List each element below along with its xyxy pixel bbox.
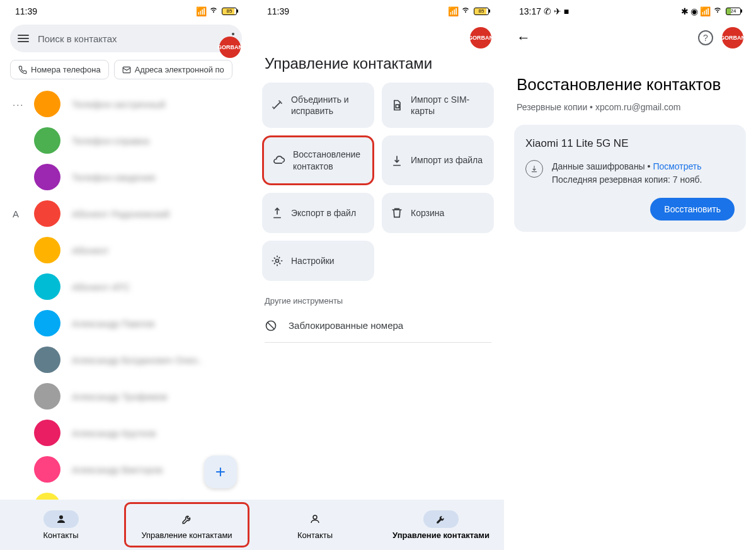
wand-icon bbox=[271, 99, 284, 112]
status-time: 13:17 ✆ ✈ ■ bbox=[519, 6, 569, 16]
header: GORBAN bbox=[252, 20, 504, 49]
list-item[interactable]: Абонент-АТС bbox=[13, 268, 252, 305]
tile-import-file[interactable]: Импорт из файла bbox=[382, 135, 494, 185]
list-item[interactable]: Александр Павлов bbox=[13, 305, 252, 341]
status-time: 11:39 bbox=[267, 6, 289, 16]
divider bbox=[265, 342, 491, 343]
profile-avatar[interactable]: GORBAN bbox=[470, 27, 491, 49]
backup-info-text: Данные зашифрованы • Посмотреть Последня… bbox=[552, 160, 702, 186]
device-backup-card: Xiaomi 11 Lite 5G NE Данные зашифрованы … bbox=[514, 125, 746, 232]
avatar bbox=[34, 91, 60, 117]
wifi-icon bbox=[461, 5, 471, 17]
tile-merge-fix[interactable]: Объединить и исправить bbox=[262, 83, 374, 128]
nav-contacts[interactable]: Контакты bbox=[252, 500, 378, 550]
avatar bbox=[34, 420, 60, 446]
chip-email[interactable]: Адреса электронной по bbox=[114, 60, 232, 79]
nav-manage[interactable]: Управление контактами bbox=[378, 500, 504, 550]
header: ← ? GORBAN bbox=[504, 20, 756, 56]
download-icon bbox=[391, 154, 403, 167]
contacts-list-screen: 11:39 📶 85 Поиск в контактах GORBAN Номе… bbox=[0, 0, 252, 550]
cloud-icon bbox=[273, 154, 285, 167]
manage-contacts-screen: 11:39 📶 85 GORBAN Управление контактами … bbox=[252, 0, 504, 550]
restore-button[interactable]: Восстановить bbox=[650, 198, 735, 221]
avatar bbox=[34, 310, 60, 336]
list-item[interactable]: A Абонент Радонежский bbox=[13, 195, 252, 232]
block-icon bbox=[265, 319, 277, 332]
section-other-tools: Другие инструменты bbox=[252, 281, 504, 309]
signal-icon: 📶 bbox=[448, 6, 459, 16]
restore-contacts-screen: 13:17 ✆ ✈ ■ ✱ ◉ 📶 24 ← ? GORBAN Восстано… bbox=[504, 0, 756, 550]
wrench-icon bbox=[423, 510, 459, 528]
list-item[interactable]: Абонент bbox=[13, 232, 252, 268]
avatar bbox=[34, 200, 60, 227]
tile-settings[interactable]: Настройки bbox=[262, 241, 374, 281]
tile-trash[interactable]: Корзина bbox=[382, 193, 494, 233]
search-bar[interactable]: Поиск в контактах bbox=[10, 25, 242, 52]
profile-avatar[interactable]: GORBAN bbox=[219, 37, 241, 58]
filter-chips: Номера телефона Адреса электронной по bbox=[0, 57, 252, 86]
signal-icon: 📶 bbox=[700, 6, 711, 16]
tile-export-file[interactable]: Экспорт в файл bbox=[262, 193, 374, 233]
mail-icon bbox=[122, 66, 131, 74]
download-circle-icon bbox=[525, 160, 543, 178]
person-icon bbox=[297, 510, 333, 528]
list-item[interactable]: Александр Богданович Онко.. bbox=[13, 341, 252, 378]
gear-icon bbox=[271, 255, 284, 267]
signal-icon: 📶 bbox=[196, 6, 207, 16]
list-item[interactable]: Александр Крутков bbox=[13, 415, 252, 451]
phone-icon bbox=[18, 66, 27, 74]
view-link[interactable]: Посмотреть bbox=[653, 161, 701, 171]
back-arrow-icon[interactable]: ← bbox=[517, 30, 530, 46]
person-icon bbox=[43, 510, 79, 528]
avatar bbox=[34, 127, 60, 154]
search-placeholder: Поиск в контактах bbox=[38, 33, 223, 44]
page-title: Управление контактами bbox=[252, 49, 504, 83]
battery-icon: 85 bbox=[474, 8, 489, 15]
list-item[interactable]: ··· Телефон-экстренный bbox=[13, 86, 252, 122]
bottom-nav: Контакты Управление контактами bbox=[252, 500, 504, 550]
telegram-icon: ✈ bbox=[554, 6, 561, 16]
page-title: Восстановление контактов bbox=[504, 56, 756, 102]
bluetooth-icon: ✱ bbox=[681, 6, 689, 16]
wifi-icon bbox=[209, 5, 219, 17]
status-bar: 11:39 📶 85 bbox=[252, 0, 504, 20]
list-item[interactable]: Александр Трофимов bbox=[13, 378, 252, 415]
add-contact-fab[interactable]: + bbox=[204, 455, 237, 488]
battery-icon: 24 bbox=[726, 8, 741, 15]
tile-grid: Объединить и исправить Импорт с SIM-карт… bbox=[252, 83, 504, 281]
whatsapp-icon: ✆ bbox=[544, 6, 551, 16]
trash-icon bbox=[391, 207, 403, 219]
wrench-icon bbox=[169, 510, 205, 528]
avatar bbox=[34, 456, 60, 483]
svg-rect-2 bbox=[396, 105, 399, 108]
avatar bbox=[34, 383, 60, 410]
svg-point-5 bbox=[313, 515, 317, 519]
vibrate-icon: ◉ bbox=[690, 6, 698, 16]
tile-restore-contacts-highlighted[interactable]: Восстановление контактов bbox=[262, 135, 374, 185]
tile-import-sim[interactable]: Импорт с SIM-карты bbox=[382, 83, 494, 128]
status-bar: 11:39 📶 85 bbox=[0, 0, 252, 20]
section-letter-a: A bbox=[13, 209, 23, 219]
avatar bbox=[34, 237, 60, 263]
video-icon: ■ bbox=[564, 6, 569, 16]
nav-contacts[interactable]: Контакты bbox=[0, 500, 122, 550]
profile-avatar[interactable]: GORBAN bbox=[722, 27, 743, 49]
blocked-numbers-row[interactable]: Заблокированные номера bbox=[252, 309, 504, 342]
status-bar: 13:17 ✆ ✈ ■ ✱ ◉ 📶 24 bbox=[504, 0, 756, 20]
avatar bbox=[34, 347, 60, 373]
help-icon[interactable]: ? bbox=[698, 30, 713, 45]
section-indicator: ··· bbox=[13, 99, 23, 110]
device-name: Xiaomi 11 Lite 5G NE bbox=[525, 137, 735, 150]
list-item[interactable]: Телефон-сведения bbox=[13, 159, 252, 195]
upload-icon bbox=[271, 207, 284, 219]
menu-icon[interactable] bbox=[18, 35, 29, 42]
chip-phone[interactable]: Номера телефона bbox=[10, 60, 109, 79]
avatar bbox=[34, 164, 60, 190]
subtitle: Резервные копии • xpcom.ru@gmail.com bbox=[504, 102, 756, 125]
battery-icon: 85 bbox=[222, 8, 237, 15]
avatar bbox=[34, 273, 60, 300]
nav-manage-highlighted[interactable]: Управление контактами bbox=[124, 502, 249, 547]
list-item[interactable]: Телефон-справка bbox=[13, 122, 252, 159]
status-time: 11:39 bbox=[15, 6, 37, 16]
sim-icon bbox=[391, 99, 403, 112]
